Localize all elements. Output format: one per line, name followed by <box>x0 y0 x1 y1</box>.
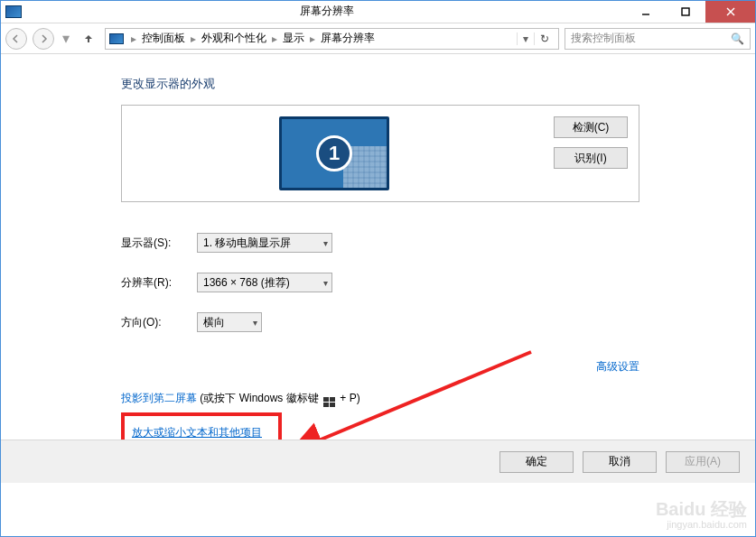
breadcrumb-item[interactable]: 控制面板 <box>138 31 189 46</box>
search-icon[interactable]: 🔍 <box>731 32 744 45</box>
back-button[interactable] <box>5 28 27 50</box>
watermark-url: jingyan.baidu.com <box>656 519 747 530</box>
chevron-right-icon[interactable]: ▸ <box>270 32 279 45</box>
identify-button[interactable]: 识别(I) <box>554 147 628 169</box>
orientation-select[interactable]: 横向▾ <box>197 312 262 332</box>
control-panel-icon <box>5 5 22 18</box>
display-row: 显示器(S): 1. 移动电脑显示屏▾ <box>121 233 756 253</box>
resolution-row: 分辨率(R): 1366 × 768 (推荐)▾ <box>121 273 756 292</box>
chevron-right-icon[interactable]: ▸ <box>308 32 317 45</box>
watermark-brand: Baidu 经验 <box>656 499 747 519</box>
history-dropdown[interactable]: ▾ <box>60 30 72 47</box>
svg-rect-1 <box>682 8 689 15</box>
chevron-down-icon: ▾ <box>323 278 328 288</box>
dialog-button-bar: 确定 取消 应用(A) <box>0 440 756 483</box>
advanced-settings-link[interactable]: 高级设置 <box>596 360 639 373</box>
navigation-toolbar: ▾ ▸ 控制面板 ▸ 外观和个性化 ▸ 显示 ▸ 屏幕分辨率 ▾ ↻ 搜索控制面… <box>0 23 756 54</box>
page-heading: 更改显示器的外观 <box>121 76 756 92</box>
maximize-button[interactable] <box>666 1 705 23</box>
cancel-button[interactable]: 取消 <box>583 451 657 473</box>
forward-button[interactable] <box>33 28 54 50</box>
project-link[interactable]: 投影到第二屏幕 <box>121 392 197 404</box>
breadcrumb-item[interactable]: 屏幕分辨率 <box>317 31 378 46</box>
zoom-text-link[interactable]: 放大或缩小文本和其他项目 <box>132 426 262 439</box>
breadcrumb-item[interactable]: 外观和个性化 <box>198 31 270 46</box>
chevron-down-icon: ▾ <box>253 318 257 328</box>
resolution-select[interactable]: 1366 × 768 (推荐)▾ <box>197 273 332 292</box>
close-button[interactable] <box>705 1 756 23</box>
advanced-settings-row: 高级设置 <box>121 357 639 375</box>
chevron-right-icon[interactable]: ▸ <box>189 32 198 45</box>
window-title: 屏幕分辨率 <box>300 4 354 19</box>
main-content: 更改显示器的外观 1 检测(C) 识别(I) 显示器(S): 1. 移动电脑显示… <box>0 54 756 474</box>
title-bar: 屏幕分辨率 <box>0 0 756 23</box>
ok-button[interactable]: 确定 <box>499 451 574 473</box>
address-bar[interactable]: ▸ 控制面板 ▸ 外观和个性化 ▸ 显示 ▸ 屏幕分辨率 ▾ ↻ <box>105 28 559 50</box>
watermark: Baidu 经验 jingyan.baidu.com <box>656 499 747 530</box>
address-dropdown[interactable]: ▾ <box>517 32 534 45</box>
control-panel-icon <box>109 33 124 44</box>
chevron-down-icon: ▾ <box>323 238 328 248</box>
monitor-number: 1 <box>316 135 352 171</box>
monitor-preview-panel: 1 检测(C) 识别(I) <box>121 105 639 202</box>
monitor-thumbnail[interactable]: 1 <box>279 116 389 190</box>
windows-key-icon <box>323 397 335 407</box>
search-placeholder: 搜索控制面板 <box>571 31 636 46</box>
refresh-icon[interactable]: ↻ <box>534 32 555 45</box>
breadcrumb-item[interactable]: 显示 <box>279 31 308 46</box>
display-label: 显示器(S): <box>121 236 197 251</box>
detect-button[interactable]: 检测(C) <box>554 116 628 138</box>
window-controls <box>626 1 756 23</box>
orientation-row: 方向(O): 横向▾ <box>121 312 756 332</box>
up-button[interactable] <box>78 28 99 50</box>
display-select[interactable]: 1. 移动电脑显示屏▾ <box>197 233 332 253</box>
orientation-label: 方向(O): <box>121 315 197 330</box>
minimize-button[interactable] <box>626 1 666 23</box>
apply-button[interactable]: 应用(A) <box>666 451 740 473</box>
search-input[interactable]: 搜索控制面板 🔍 <box>565 28 751 50</box>
resolution-label: 分辨率(R): <box>121 275 197 291</box>
chevron-right-icon[interactable]: ▸ <box>129 32 138 45</box>
project-line: 投影到第二屏幕 (或按下 Windows 徽标键 + P) <box>121 391 756 407</box>
